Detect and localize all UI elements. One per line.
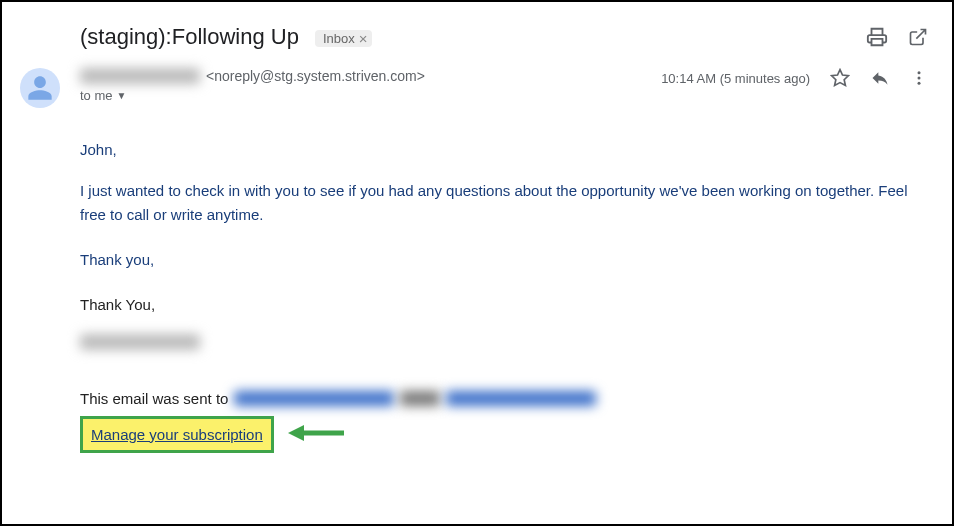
inbox-label-chip[interactable]: Inbox ×	[315, 30, 372, 47]
from-label-redacted	[400, 391, 440, 406]
recipient-label: to me	[80, 88, 113, 103]
svg-point-3	[918, 82, 921, 85]
email-subject: (staging):Following Up Inbox ×	[80, 24, 866, 50]
subject-text: (staging):Following Up	[80, 24, 299, 49]
open-in-new-icon[interactable]	[908, 27, 928, 47]
sender-email-redacted	[446, 391, 596, 406]
header-actions	[866, 26, 928, 48]
closing: Thank you,	[80, 248, 928, 271]
meta-right: 10:14 AM (5 minutes ago)	[661, 68, 928, 88]
sender-line: <noreply@stg.system.striven.com>	[80, 68, 661, 84]
sender-email: <noreply@stg.system.striven.com>	[206, 68, 425, 84]
remove-label-icon[interactable]: ×	[359, 31, 368, 46]
inbox-label-text: Inbox	[323, 31, 355, 46]
sender-name-redacted	[80, 68, 200, 84]
annotation-arrow-icon	[286, 421, 346, 451]
footer-sent-to: This email was sent to	[80, 387, 928, 410]
greeting: John,	[80, 138, 928, 161]
sent-to-prefix: This email was sent to	[80, 387, 228, 410]
recipient-line[interactable]: to me ▼	[80, 88, 661, 103]
manage-subscription-row: Manage your subscription	[80, 410, 928, 453]
svg-marker-0	[832, 70, 849, 86]
reply-icon[interactable]	[870, 68, 890, 88]
email-timestamp: 10:14 AM (5 minutes ago)	[661, 71, 810, 86]
email-meta-row: <noreply@stg.system.striven.com> to me ▼…	[2, 60, 952, 108]
manage-subscription-highlight: Manage your subscription	[80, 416, 274, 453]
email-header: (staging):Following Up Inbox ×	[2, 2, 952, 60]
manage-subscription-link[interactable]: Manage your subscription	[91, 426, 263, 443]
more-icon[interactable]	[910, 69, 928, 87]
print-icon[interactable]	[866, 26, 888, 48]
svg-marker-5	[288, 425, 304, 441]
body-paragraph: I just wanted to check in with you to se…	[80, 179, 928, 226]
chevron-down-icon[interactable]: ▼	[117, 90, 127, 101]
email-body: John, I just wanted to check in with you…	[2, 108, 952, 453]
svg-point-2	[918, 77, 921, 80]
recipient-email-redacted	[234, 391, 394, 406]
star-icon[interactable]	[830, 68, 850, 88]
signature-name-redacted	[80, 334, 200, 350]
svg-point-1	[918, 71, 921, 74]
signature-label: Thank You,	[80, 293, 928, 316]
sender-avatar	[20, 68, 60, 108]
sender-block: <noreply@stg.system.striven.com> to me ▼	[80, 68, 661, 103]
